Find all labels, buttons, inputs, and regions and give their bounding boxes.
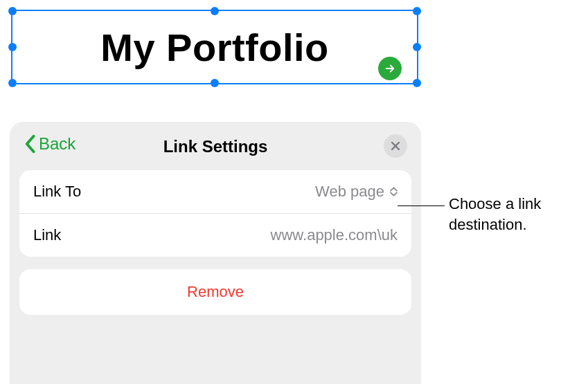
link-badge-icon[interactable] <box>378 57 402 80</box>
link-url-value[interactable]: www.apple.com\uk <box>271 226 398 244</box>
panel-title: Link Settings <box>163 137 268 156</box>
link-to-popup[interactable]: Web page <box>315 183 398 201</box>
link-url-label: Link <box>33 226 61 244</box>
resize-handle-bottom-left[interactable] <box>8 79 17 87</box>
resize-handle-top-middle[interactable] <box>211 7 219 15</box>
link-settings-panel: Back Link Settings Link To Web page Link <box>10 122 421 384</box>
annotation-text: Choose a link destination. <box>449 194 580 235</box>
resize-handle-top-right[interactable] <box>413 7 421 15</box>
remove-button-label: Remove <box>187 283 244 300</box>
resize-handle-top-left[interactable] <box>8 7 17 15</box>
close-button[interactable] <box>384 134 407 158</box>
back-button[interactable]: Back <box>24 134 75 154</box>
resize-handle-bottom-right[interactable] <box>413 79 421 87</box>
selected-text-box[interactable]: My Portfolio <box>11 10 418 84</box>
popup-arrows-icon <box>390 187 398 196</box>
back-button-label: Back <box>39 134 75 154</box>
link-url-row[interactable]: Link www.apple.com\uk <box>19 213 411 257</box>
panel-header: Back Link Settings <box>19 133 411 161</box>
annotation-line2: destination. <box>449 216 527 233</box>
resize-handle-middle-right[interactable] <box>413 43 421 51</box>
link-to-value: Web page <box>315 183 384 201</box>
chevron-left-icon <box>24 134 36 154</box>
link-to-label: Link To <box>33 183 81 201</box>
textbox-content[interactable]: My Portfolio <box>12 11 417 83</box>
close-icon <box>391 141 400 151</box>
resize-handle-bottom-middle[interactable] <box>211 79 219 87</box>
link-form-group: Link To Web page Link www.apple.com\uk <box>19 170 411 257</box>
annotation-leader-line <box>398 205 445 206</box>
remove-button[interactable]: Remove <box>19 269 411 315</box>
annotation-line1: Choose a link <box>449 195 541 212</box>
link-to-row[interactable]: Link To Web page <box>19 170 411 213</box>
resize-handle-middle-left[interactable] <box>8 43 17 51</box>
